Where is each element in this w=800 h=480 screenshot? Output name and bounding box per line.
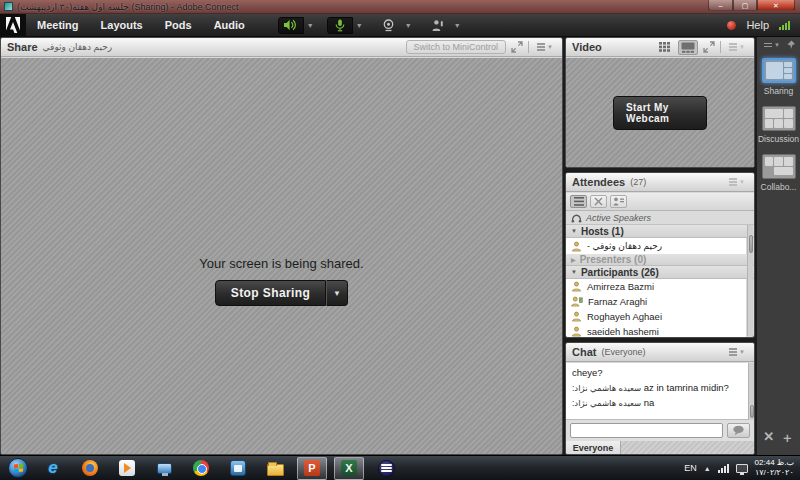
attendees-pod-menu-icon[interactable]: ▼ (726, 176, 748, 188)
layout-label-sharing: Sharing (757, 86, 800, 96)
av-controls: ▼ ▼ ▼ (278, 17, 464, 34)
speaker-dropdown[interactable]: ▼ (304, 17, 317, 34)
set-status-button[interactable] (425, 17, 451, 34)
taskbar-app-window[interactable] (223, 457, 253, 480)
message-sender: سعيده هاشمي نژاد: (572, 398, 641, 408)
participants-label: Participants (26) (581, 267, 659, 278)
taskbar-powerpoint[interactable]: P (297, 457, 327, 480)
layout-thumbnail-sharing[interactable] (762, 58, 796, 83)
microphone-dropdown[interactable]: ▼ (353, 17, 366, 34)
taskbar-excel[interactable]: X (334, 457, 364, 480)
close-button[interactable]: ✕ (757, 0, 795, 11)
grid-view-icon[interactable] (656, 40, 673, 55)
share-pod-header: Share رحيم دهقان وثوقي Switch to MiniCon… (1, 38, 562, 57)
sidebar-menu-icon[interactable]: ▼ (761, 40, 783, 50)
share-pod: Share رحيم دهقان وثوقي Switch to MiniCon… (0, 37, 563, 455)
status-dropdown[interactable]: ▼ (451, 17, 464, 34)
language-indicator[interactable]: EN (684, 463, 697, 473)
maximize-button[interactable]: ▢ (733, 0, 757, 11)
minimize-button[interactable]: – (708, 0, 733, 11)
taskbar-internet-explorer[interactable]: e (38, 457, 68, 480)
presenters-section-header[interactable]: ▶ Presenters (0) (566, 254, 754, 266)
taskbar-remote-desktop[interactable] (149, 457, 179, 480)
person-steps-icon (571, 296, 583, 307)
person-icon (571, 326, 582, 337)
stop-sharing-dropdown[interactable]: ▼ (326, 280, 348, 306)
status-view-button[interactable] (610, 195, 627, 208)
share-pod-menu-icon[interactable]: ▼ (534, 41, 556, 53)
fullscreen-icon[interactable] (511, 41, 523, 53)
attendees-pod-title: Attendees (572, 176, 625, 188)
window-title: جلسه اول هفته(۳۰ ارديبهشت) (Sharing) - A… (17, 2, 238, 12)
menu-pods[interactable]: Pods (154, 19, 203, 31)
tray-clock[interactable]: 02:44 ب.ظ ۱۷/۰۲/۲۰۲۰ (755, 458, 794, 478)
breakout-view-button[interactable] (590, 195, 607, 208)
hosts-section-header[interactable]: ▼ Hosts (1) (566, 225, 754, 238)
taskbar-file-explorer[interactable] (260, 457, 290, 480)
chat-pod-menu-icon[interactable]: ▼ (726, 346, 748, 358)
taskbar-media-player[interactable] (112, 457, 142, 480)
share-presenter-name: رحيم دهقان وثوقي (43, 42, 113, 52)
pin-icon[interactable] (787, 40, 796, 50)
window-controls: – ▢ ✕ (708, 0, 795, 11)
menu-audio[interactable]: Audio (203, 19, 256, 31)
layout-thumbnail-collaboration[interactable] (762, 154, 796, 179)
taskbar-eclipse[interactable] (371, 457, 401, 480)
participant-row[interactable]: saeideh hashemi (566, 324, 746, 338)
adobe-logo-icon[interactable] (0, 14, 26, 37)
stop-sharing-button[interactable]: Stop Sharing (215, 280, 326, 306)
participant-name: saeideh hashemi (587, 326, 659, 337)
message-text: cheye? (572, 367, 603, 378)
video-pod-header: Video ▼ (566, 38, 754, 57)
tab-everyone[interactable]: Everyone (566, 441, 621, 454)
switch-minicontrol-button[interactable]: Switch to MiniControl (406, 40, 507, 54)
video-pod-menu-icon[interactable]: ▼ (726, 41, 748, 53)
show-hidden-icons-arrow[interactable]: ▲ (704, 465, 711, 472)
video-pod-body: Start My Webcam (566, 58, 754, 167)
firefox-icon (82, 460, 98, 476)
chat-message: cheye? (572, 367, 748, 378)
share-pod-title: Share (7, 41, 38, 53)
filmstrip-view-icon[interactable] (678, 40, 698, 55)
layout-thumbnail-discussion[interactable] (762, 106, 796, 131)
microphone-button[interactable] (327, 17, 353, 34)
participant-row[interactable]: Farnaz Araghi (566, 294, 746, 309)
attendees-scrollbar[interactable] (747, 225, 753, 336)
host-person-icon (571, 241, 582, 252)
chat-scope: (Everyone) (601, 347, 645, 357)
network-status-icon[interactable] (736, 464, 748, 473)
send-message-button[interactable] (727, 423, 750, 438)
adobe-connect-window: جلسه اول هفته(۳۰ ارديبهشت) (Sharing) - A… (0, 0, 800, 480)
message-sender: سعيده هاشمي نژاد: (572, 383, 641, 393)
start-button[interactable] (8, 458, 28, 478)
attendees-toolbar (566, 193, 754, 211)
close-layout-icon[interactable]: ✕ (763, 429, 774, 447)
video-fullscreen-icon[interactable] (703, 41, 715, 53)
host-row[interactable]: رحيم دهقان وثوقي - (566, 238, 746, 254)
participant-row[interactable]: Amirreza Bazmi (566, 279, 746, 294)
help-menu[interactable]: Help (746, 19, 769, 31)
taskbar-chrome[interactable] (186, 457, 216, 480)
taskbar-firefox[interactable] (75, 457, 105, 480)
chat-pod: Chat (Everyone) ▼ cheye? سعيده هاشمي نژا… (565, 342, 755, 455)
participant-name: Amirreza Bazmi (587, 281, 654, 292)
connection-signal-icon[interactable] (779, 21, 790, 30)
participant-row[interactable]: Roghayeh Aghaei (566, 309, 746, 324)
participants-section-header[interactable]: ▼ Participants (26) (566, 266, 754, 279)
network-signal-icon[interactable] (718, 464, 729, 473)
recording-indicator-icon (727, 21, 736, 30)
folder-icon (267, 464, 284, 476)
attendee-list-view-button[interactable] (570, 195, 587, 208)
add-layout-icon[interactable]: ＋ (781, 429, 794, 447)
speaker-button[interactable] (278, 17, 304, 34)
chat-scrollbar[interactable] (748, 363, 754, 420)
menu-meeting[interactable]: Meeting (26, 19, 90, 31)
start-webcam-button[interactable]: Start My Webcam (613, 96, 707, 130)
webcam-dropdown[interactable]: ▼ (402, 17, 415, 34)
collapse-icon: ▼ (571, 228, 577, 234)
attendees-pod-header: Attendees (27) ▼ (566, 173, 754, 192)
menu-layouts[interactable]: Layouts (90, 19, 154, 31)
speaker-icon (284, 19, 297, 31)
webcam-button[interactable] (376, 17, 402, 34)
chat-input[interactable] (570, 423, 723, 438)
